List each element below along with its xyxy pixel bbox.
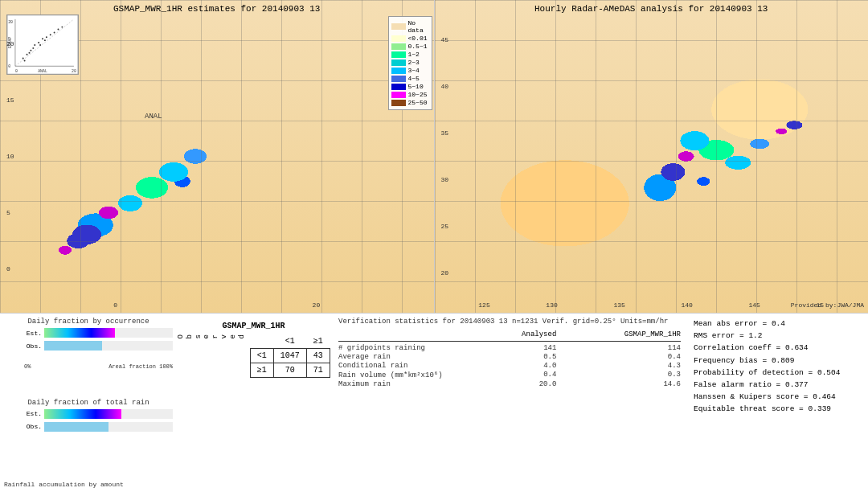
stats-label-1: Average rain xyxy=(338,353,448,361)
occurrence-obs-label: Obs. xyxy=(24,342,42,350)
legend-item-5to10: 5~10 xyxy=(391,83,429,90)
stats-label-4: Maximum rain xyxy=(338,380,448,388)
stats-section: Verification statistics for 20140903 13 … xyxy=(334,318,681,488)
cont-header-gte1: ≥1 xyxy=(306,334,330,349)
legend-color-10to25 xyxy=(391,92,406,98)
legend-color-4to5 xyxy=(391,76,406,82)
stats-val-analyzed-4: 20.0 xyxy=(455,380,565,388)
svg-point-13 xyxy=(32,47,34,49)
occurrence-est-bar xyxy=(44,328,173,338)
svg-point-7 xyxy=(24,59,26,61)
svg-point-11 xyxy=(46,36,47,38)
legend-item-1to2: 1~2 xyxy=(391,51,429,58)
svg-point-18 xyxy=(39,44,41,46)
stats-val-gsmap-4: 14.6 xyxy=(571,380,681,388)
occurrence-est-row: Est. xyxy=(24,327,173,338)
stats-header: Analysed GSMAP_MWR_1HR xyxy=(338,330,681,338)
legend-panel: No data <0.01 0.5~1 1~2 2~3 xyxy=(388,16,432,110)
stats-label-3: Rain volume (mm*km²x10⁶) xyxy=(338,371,448,379)
bottom-row: Daily fraction by occurrence Est. Obs. xyxy=(0,314,868,492)
right-map-lat-labels: 45 40 35 30 25 20 xyxy=(441,0,449,313)
svg-text:20: 20 xyxy=(72,69,76,73)
legend-color-05to1 xyxy=(391,43,406,50)
legend-item-05to1: 0.5~1 xyxy=(391,43,429,50)
total-rain-est-bar xyxy=(44,409,173,419)
occurrence-obs-bar xyxy=(44,341,173,351)
occurrence-title: Daily fraction by occurrence xyxy=(4,318,173,326)
stats-val-analyzed-3: 0.4 xyxy=(455,371,565,379)
legend-color-lt001 xyxy=(391,35,406,42)
svg-rect-0 xyxy=(7,15,78,74)
legend-item-nodata: No data xyxy=(391,19,429,34)
stats-val-analyzed-1: 0.5 xyxy=(455,353,565,361)
stats-header-analyzed: Analysed xyxy=(455,330,565,338)
legend-color-2to3 xyxy=(391,59,406,66)
anal-label: ANAL xyxy=(145,113,162,121)
stats-header-blank xyxy=(338,330,448,338)
svg-point-16 xyxy=(57,29,59,31)
stat-correlation: Correlation coeff = 0.634 xyxy=(694,342,864,354)
svg-point-12 xyxy=(28,52,30,54)
total-rain-obs-fill xyxy=(44,422,108,432)
stats-divider-top xyxy=(338,341,681,342)
main-container: GSMAP_MWR_1HR estimates for 20140903 13 xyxy=(0,0,868,492)
cont-cell-lt1-lt1: 1047 xyxy=(273,349,306,363)
stats-label-0: # gridpoints raining xyxy=(338,344,448,352)
top-row: GSMAP_MWR_1HR estimates for 20140903 13 xyxy=(0,0,868,314)
svg-point-9 xyxy=(38,42,39,43)
legend-color-5to10 xyxy=(391,84,406,90)
left-map-lon-labels: 0 20 xyxy=(0,301,434,309)
stats-label-2: Conditional rain xyxy=(338,362,448,370)
right-map-panel: Hourly Radar-AMeDAS analysis for 2014090… xyxy=(435,0,869,313)
total-rain-obs-bar xyxy=(44,422,173,432)
occurrence-axis: 0% Areal fraction 100% xyxy=(4,363,173,370)
occurrence-est-label: Est. xyxy=(24,330,42,337)
svg-point-17 xyxy=(61,27,63,28)
legend-item-3to4: 3~4 xyxy=(391,67,429,74)
stat-ets: Equitable threat score = 0.339 xyxy=(694,403,864,415)
contingency-table-wrapper: Observed <1 ≥1 <1 1047 43 xyxy=(177,334,330,378)
contingency-table: <1 ≥1 <1 1047 43 ≥1 70 71 xyxy=(250,334,330,378)
left-map-lat-labels: 20 15 10 5 0 xyxy=(6,0,14,313)
cont-cell-gte1-lt1: 70 xyxy=(273,363,306,378)
cont-cell-gte1-gte1: 71 xyxy=(306,363,330,378)
cont-header-lt1: <1 xyxy=(273,334,306,349)
total-rain-title: Daily fraction of total rain xyxy=(4,399,173,407)
contingency-title: GSMAP_MWR_1HR xyxy=(222,322,285,330)
total-rain-est-fill xyxy=(44,409,121,419)
cont-row-gte1-label: ≥1 xyxy=(250,363,273,378)
cont-row-lt1: <1 1047 43 xyxy=(250,349,330,363)
legend-color-1to2 xyxy=(391,51,406,58)
chart-section: Daily fraction by occurrence Est. Obs. xyxy=(4,318,173,488)
svg-point-15 xyxy=(54,31,55,33)
stat-far: False alarm ratio = 0.377 xyxy=(694,379,864,391)
total-rain-chart: Daily fraction of total rain Est. Obs. xyxy=(4,399,173,477)
rainfall-label: Rainfall accumulation by amount xyxy=(4,481,173,488)
stats-val-gsmap-0: 114 xyxy=(571,344,681,352)
map-credit: Provided by:JWA/JMA xyxy=(791,301,864,309)
total-rain-bars: Est. Obs. xyxy=(4,408,173,445)
occurrence-chart: Daily fraction by occurrence Est. Obs. xyxy=(4,318,173,396)
legend-item-lt001: <0.01 xyxy=(391,35,429,42)
cont-cell-lt1-gte1: 43 xyxy=(306,349,330,363)
right-stats-panel: Mean abs error = 0.4 RMS error = 1.2 Cor… xyxy=(687,318,864,488)
svg-point-5 xyxy=(27,54,28,55)
right-map-bg: 45 40 35 30 25 20 125 130 135 140 145 15 xyxy=(435,0,869,313)
legend-item-25to50: 25~50 xyxy=(391,99,429,106)
stats-grid: # gridpoints raining 141 114 Average rai… xyxy=(338,344,681,388)
stat-freq-bias: Frequency bias = 0.809 xyxy=(694,355,864,367)
svg-text:0: 0 xyxy=(15,69,18,73)
stat-rms-error: RMS error = 1.2 xyxy=(694,330,864,342)
svg-text:ANAL: ANAL xyxy=(38,69,47,73)
svg-point-19 xyxy=(44,39,46,41)
contingency-section: GSMAP_MWR_1HR Observed <1 ≥1 xyxy=(179,318,328,488)
occurrence-obs-row: Obs. xyxy=(24,340,173,351)
left-map-title: GSMAP_MWR_1HR estimates for 20140903 13 xyxy=(0,2,434,16)
stats-val-gsmap-2: 4.3 xyxy=(571,362,681,370)
stats-title: Verification statistics for 20140903 13 … xyxy=(338,318,681,326)
right-map-grid xyxy=(435,0,869,313)
legend-color-25to50 xyxy=(391,100,406,106)
svg-point-14 xyxy=(50,34,51,35)
inset-scatter-plot: ANAL GSMAP 0 20 0 20 xyxy=(6,14,79,75)
total-rain-obs-label: Obs. xyxy=(24,423,42,430)
